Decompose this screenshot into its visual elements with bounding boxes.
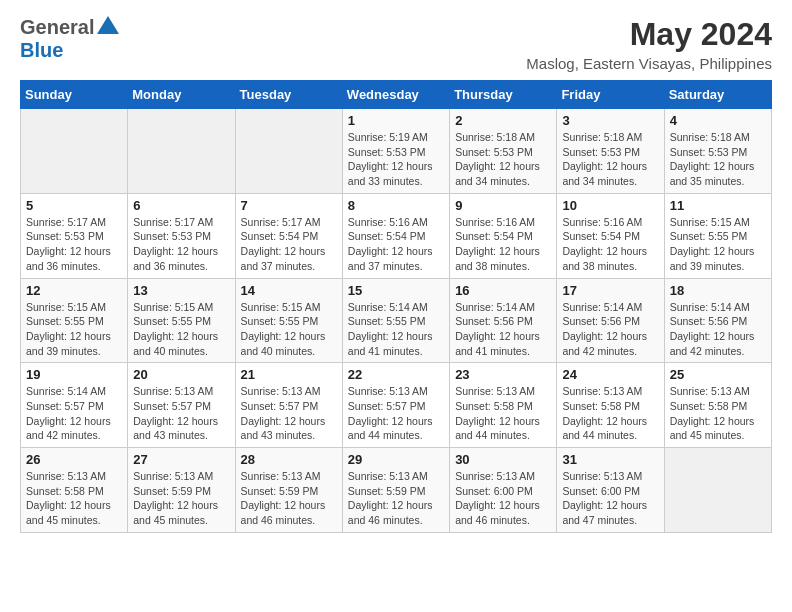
day-number: 12: [26, 283, 122, 298]
day-info: Sunrise: 5:18 AMSunset: 5:53 PMDaylight:…: [455, 130, 551, 189]
logo-bird-icon: [97, 16, 119, 34]
table-row: 12Sunrise: 5:15 AMSunset: 5:55 PMDayligh…: [21, 278, 128, 363]
day-number: 30: [455, 452, 551, 467]
day-info: Sunrise: 5:16 AMSunset: 5:54 PMDaylight:…: [562, 215, 658, 274]
day-number: 11: [670, 198, 766, 213]
calendar-week-row: 26Sunrise: 5:13 AMSunset: 5:58 PMDayligh…: [21, 448, 772, 533]
day-number: 28: [241, 452, 337, 467]
table-row: 17Sunrise: 5:14 AMSunset: 5:56 PMDayligh…: [557, 278, 664, 363]
logo-general-text: General: [20, 16, 94, 39]
calendar-week-row: 5Sunrise: 5:17 AMSunset: 5:53 PMDaylight…: [21, 193, 772, 278]
day-info: Sunrise: 5:18 AMSunset: 5:53 PMDaylight:…: [670, 130, 766, 189]
day-info: Sunrise: 5:13 AMSunset: 6:00 PMDaylight:…: [562, 469, 658, 528]
table-row: 5Sunrise: 5:17 AMSunset: 5:53 PMDaylight…: [21, 193, 128, 278]
table-row: 2Sunrise: 5:18 AMSunset: 5:53 PMDaylight…: [450, 109, 557, 194]
day-info: Sunrise: 5:13 AMSunset: 5:57 PMDaylight:…: [133, 384, 229, 443]
day-info: Sunrise: 5:13 AMSunset: 6:00 PMDaylight:…: [455, 469, 551, 528]
calendar-week-row: 1Sunrise: 5:19 AMSunset: 5:53 PMDaylight…: [21, 109, 772, 194]
table-row: 31Sunrise: 5:13 AMSunset: 6:00 PMDayligh…: [557, 448, 664, 533]
day-number: 14: [241, 283, 337, 298]
table-row: [21, 109, 128, 194]
table-row: 16Sunrise: 5:14 AMSunset: 5:56 PMDayligh…: [450, 278, 557, 363]
day-number: 25: [670, 367, 766, 382]
day-info: Sunrise: 5:14 AMSunset: 5:57 PMDaylight:…: [26, 384, 122, 443]
day-info: Sunrise: 5:13 AMSunset: 5:58 PMDaylight:…: [455, 384, 551, 443]
day-info: Sunrise: 5:14 AMSunset: 5:56 PMDaylight:…: [670, 300, 766, 359]
table-row: [128, 109, 235, 194]
day-info: Sunrise: 5:14 AMSunset: 5:56 PMDaylight:…: [562, 300, 658, 359]
table-row: [664, 448, 771, 533]
day-number: 2: [455, 113, 551, 128]
table-row: 4Sunrise: 5:18 AMSunset: 5:53 PMDaylight…: [664, 109, 771, 194]
table-row: 19Sunrise: 5:14 AMSunset: 5:57 PMDayligh…: [21, 363, 128, 448]
table-row: 21Sunrise: 5:13 AMSunset: 5:57 PMDayligh…: [235, 363, 342, 448]
logo: General Blue: [20, 16, 119, 62]
day-number: 17: [562, 283, 658, 298]
day-info: Sunrise: 5:16 AMSunset: 5:54 PMDaylight:…: [348, 215, 444, 274]
page-title: May 2024: [526, 16, 772, 53]
table-row: 27Sunrise: 5:13 AMSunset: 5:59 PMDayligh…: [128, 448, 235, 533]
day-number: 20: [133, 367, 229, 382]
table-row: 3Sunrise: 5:18 AMSunset: 5:53 PMDaylight…: [557, 109, 664, 194]
day-info: Sunrise: 5:14 AMSunset: 5:55 PMDaylight:…: [348, 300, 444, 359]
day-info: Sunrise: 5:13 AMSunset: 5:59 PMDaylight:…: [133, 469, 229, 528]
day-info: Sunrise: 5:13 AMSunset: 5:57 PMDaylight:…: [241, 384, 337, 443]
page-subtitle: Maslog, Eastern Visayas, Philippines: [526, 55, 772, 72]
day-number: 3: [562, 113, 658, 128]
day-number: 1: [348, 113, 444, 128]
day-number: 4: [670, 113, 766, 128]
day-number: 13: [133, 283, 229, 298]
day-info: Sunrise: 5:13 AMSunset: 5:59 PMDaylight:…: [241, 469, 337, 528]
day-number: 26: [26, 452, 122, 467]
day-number: 10: [562, 198, 658, 213]
table-row: 24Sunrise: 5:13 AMSunset: 5:58 PMDayligh…: [557, 363, 664, 448]
col-saturday: Saturday: [664, 81, 771, 109]
day-info: Sunrise: 5:15 AMSunset: 5:55 PMDaylight:…: [670, 215, 766, 274]
day-number: 6: [133, 198, 229, 213]
day-info: Sunrise: 5:14 AMSunset: 5:56 PMDaylight:…: [455, 300, 551, 359]
table-row: 15Sunrise: 5:14 AMSunset: 5:55 PMDayligh…: [342, 278, 449, 363]
day-number: 31: [562, 452, 658, 467]
title-area: May 2024 Maslog, Eastern Visayas, Philip…: [526, 16, 772, 72]
day-info: Sunrise: 5:15 AMSunset: 5:55 PMDaylight:…: [133, 300, 229, 359]
day-number: 18: [670, 283, 766, 298]
day-number: 27: [133, 452, 229, 467]
day-number: 8: [348, 198, 444, 213]
day-number: 7: [241, 198, 337, 213]
day-number: 24: [562, 367, 658, 382]
day-info: Sunrise: 5:13 AMSunset: 5:57 PMDaylight:…: [348, 384, 444, 443]
calendar-table: Sunday Monday Tuesday Wednesday Thursday…: [20, 80, 772, 533]
day-number: 29: [348, 452, 444, 467]
day-number: 15: [348, 283, 444, 298]
day-info: Sunrise: 5:18 AMSunset: 5:53 PMDaylight:…: [562, 130, 658, 189]
day-number: 23: [455, 367, 551, 382]
col-friday: Friday: [557, 81, 664, 109]
day-info: Sunrise: 5:16 AMSunset: 5:54 PMDaylight:…: [455, 215, 551, 274]
table-row: 23Sunrise: 5:13 AMSunset: 5:58 PMDayligh…: [450, 363, 557, 448]
table-row: 25Sunrise: 5:13 AMSunset: 5:58 PMDayligh…: [664, 363, 771, 448]
day-info: Sunrise: 5:17 AMSunset: 5:53 PMDaylight:…: [26, 215, 122, 274]
table-row: 7Sunrise: 5:17 AMSunset: 5:54 PMDaylight…: [235, 193, 342, 278]
day-info: Sunrise: 5:17 AMSunset: 5:54 PMDaylight:…: [241, 215, 337, 274]
logo-blue-text: Blue: [20, 39, 63, 61]
table-row: [235, 109, 342, 194]
calendar-week-row: 19Sunrise: 5:14 AMSunset: 5:57 PMDayligh…: [21, 363, 772, 448]
day-info: Sunrise: 5:13 AMSunset: 5:58 PMDaylight:…: [670, 384, 766, 443]
day-number: 9: [455, 198, 551, 213]
calendar-header-row: Sunday Monday Tuesday Wednesday Thursday…: [21, 81, 772, 109]
day-info: Sunrise: 5:13 AMSunset: 5:58 PMDaylight:…: [26, 469, 122, 528]
day-number: 16: [455, 283, 551, 298]
col-thursday: Thursday: [450, 81, 557, 109]
day-number: 19: [26, 367, 122, 382]
day-info: Sunrise: 5:13 AMSunset: 5:58 PMDaylight:…: [562, 384, 658, 443]
table-row: 6Sunrise: 5:17 AMSunset: 5:53 PMDaylight…: [128, 193, 235, 278]
col-sunday: Sunday: [21, 81, 128, 109]
table-row: 9Sunrise: 5:16 AMSunset: 5:54 PMDaylight…: [450, 193, 557, 278]
table-row: 13Sunrise: 5:15 AMSunset: 5:55 PMDayligh…: [128, 278, 235, 363]
table-row: 14Sunrise: 5:15 AMSunset: 5:55 PMDayligh…: [235, 278, 342, 363]
table-row: 18Sunrise: 5:14 AMSunset: 5:56 PMDayligh…: [664, 278, 771, 363]
day-number: 22: [348, 367, 444, 382]
header: General Blue May 2024 Maslog, Eastern Vi…: [20, 16, 772, 72]
col-wednesday: Wednesday: [342, 81, 449, 109]
day-info: Sunrise: 5:15 AMSunset: 5:55 PMDaylight:…: [26, 300, 122, 359]
